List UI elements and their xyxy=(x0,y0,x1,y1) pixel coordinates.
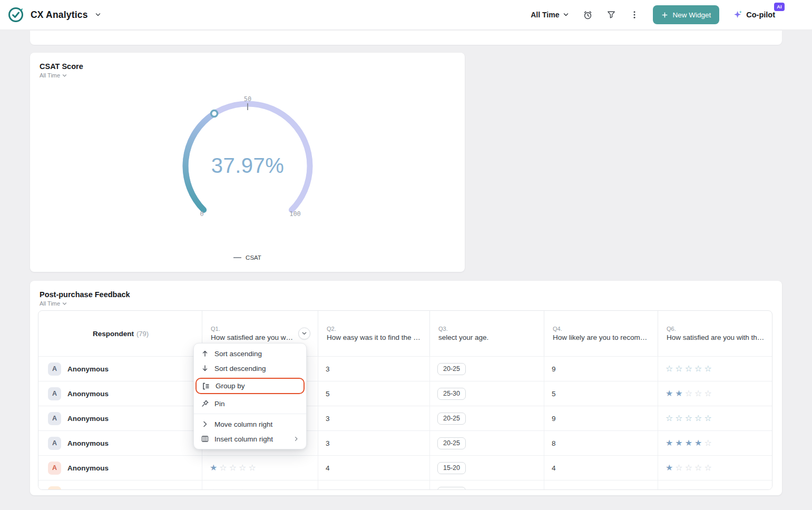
star-icon: ☆ xyxy=(694,464,702,472)
column-header-q2[interactable]: Q2. How easy was it to find the pr… xyxy=(318,311,429,356)
legend-label: CSAT xyxy=(246,254,261,261)
q3-age-cell: 20-25 xyxy=(429,431,544,455)
star-icon: ☆ xyxy=(685,464,692,472)
filter-icon[interactable] xyxy=(606,10,616,19)
gauge-mid-label: 50 xyxy=(244,95,251,103)
menu-item-label: Sort ascending xyxy=(214,350,262,358)
column-options-button[interactable] xyxy=(298,328,310,340)
q4-score-cell: 4 xyxy=(544,456,658,480)
chevron-down-icon xyxy=(62,73,67,78)
widget-title: CSAT Score xyxy=(30,53,465,71)
avatar: A xyxy=(48,486,61,491)
table-row[interactable]: A Anonymous ★☆☆☆☆ 4 15-20 4 ★☆☆☆☆ xyxy=(38,455,772,480)
gauge-min-label: 0 xyxy=(200,210,203,218)
table-row[interactable]: A Anonymous 3 20-25 9 ☆☆☆☆☆ xyxy=(38,356,772,381)
respondent-count: (79) xyxy=(136,330,149,338)
widget-time-filter-label: All Time xyxy=(40,300,60,307)
sparkle-icon xyxy=(733,10,742,19)
q3-age-cell: 20-25 xyxy=(429,406,544,430)
q2-score-cell: 3 xyxy=(318,431,429,455)
menu-item-insert-column-right[interactable]: Insert column right xyxy=(194,431,306,446)
star-icon: ★ xyxy=(675,439,682,447)
menu-item-sort-descending[interactable]: Sort descending xyxy=(194,361,306,376)
q3-age-cell: 20-25 xyxy=(429,357,544,381)
widget-time-filter[interactable]: All Time xyxy=(30,299,76,307)
chart-legend: CSAT xyxy=(30,254,465,261)
submenu-chevron-icon xyxy=(293,436,299,442)
star-icon: ☆ xyxy=(219,488,227,490)
responses-table: Respondent (79) Q1. How satisfied are yo… xyxy=(38,310,772,490)
q4-score-cell: 9 xyxy=(544,357,658,381)
ai-badge: AI xyxy=(774,3,785,11)
q2-score-cell: 4 xyxy=(318,456,429,480)
star-icon: ☆ xyxy=(675,414,682,423)
new-widget-button[interactable]: New Widget xyxy=(653,5,719,24)
star-icon: ☆ xyxy=(704,414,711,423)
q4-score-cell: 5 xyxy=(544,381,658,406)
alarm-icon[interactable] xyxy=(583,10,593,20)
q6-rating-cell: ★☆☆☆☆ xyxy=(658,456,772,480)
widget-time-filter[interactable]: All Time xyxy=(30,71,76,79)
q6-rating-cell: ★★★★☆ xyxy=(658,431,772,455)
copilot-button[interactable]: Co-pilot xyxy=(733,10,775,19)
menu-item-pin[interactable]: Pin xyxy=(194,396,306,411)
column-header-q3[interactable]: Q3. select your age. xyxy=(429,311,544,356)
copilot-label: Co-pilot xyxy=(746,11,775,19)
star-icon: ☆ xyxy=(666,365,673,373)
q4-score-cell: 8 xyxy=(544,431,658,455)
menu-item-sort-ascending[interactable]: Sort ascending xyxy=(194,346,306,361)
pin-icon xyxy=(201,399,209,408)
gauge-marker-dot xyxy=(211,111,218,117)
table-row[interactable]: A Anonymous 5 25-30 5 ★★☆☆☆ xyxy=(38,381,772,406)
table-header-row: Respondent (79) Q1. How satisfied are yo… xyxy=(38,311,772,356)
avatar: A xyxy=(48,362,61,376)
kebab-menu-icon[interactable] xyxy=(630,10,639,19)
star-icon: ☆ xyxy=(666,414,673,423)
widget-time-filter-label: All Time xyxy=(40,72,60,79)
respondent-cell: A Anonymous xyxy=(38,431,202,455)
app-logo-icon xyxy=(7,6,24,23)
respondent-name: Anonymous xyxy=(67,489,109,491)
star-icon: ☆ xyxy=(685,414,692,423)
menu-item-group-by[interactable]: Group by xyxy=(195,378,305,394)
respondent-name: Anonymous xyxy=(67,390,109,398)
star-icon: ☆ xyxy=(685,365,692,373)
q3-age-cell: 15-20 xyxy=(429,456,544,480)
menu-item-move-column-right[interactable]: Move column right xyxy=(194,417,306,431)
star-icon: ☆ xyxy=(248,464,256,472)
q3-age-cell: 25-30 xyxy=(429,381,544,406)
gauge-max-label: 100 xyxy=(289,210,301,218)
table-row[interactable]: A Anonymous ☆☆☆☆☆ 5 20-25 7 ★★☆☆☆ xyxy=(38,480,772,490)
menu-item-label: Move column right xyxy=(214,420,272,428)
star-icon: ☆ xyxy=(210,488,217,490)
column-header-q6[interactable]: Q6. How satisfied are you with the… xyxy=(658,311,772,356)
csat-widget: CSAT Score All Time 50 0 100 37.97% CSAT xyxy=(30,53,465,272)
column-header-respondent[interactable]: Respondent (79) xyxy=(38,311,202,356)
column-context-menu: Sort ascending Sort descending Group by … xyxy=(193,343,307,449)
chevron-down-icon xyxy=(563,12,569,18)
respondent-header-label: Respondent xyxy=(93,330,134,338)
widget-title: Post-purchase Feedback xyxy=(30,281,782,299)
q1-rating-cell: ★☆☆☆☆ xyxy=(202,456,318,480)
column-header-q4[interactable]: Q4. How likely are you to recomm… xyxy=(544,311,658,356)
avatar: A xyxy=(48,437,61,450)
star-icon: ☆ xyxy=(704,464,711,472)
menu-item-label: Group by xyxy=(216,382,245,390)
time-range-dropdown[interactable]: All Time xyxy=(531,11,569,19)
avatar: A xyxy=(48,462,61,475)
table-row[interactable]: A Anonymous 3 20-25 9 ☆☆☆☆☆ xyxy=(38,406,772,430)
star-icon: ☆ xyxy=(704,389,711,398)
age-badge: 20-25 xyxy=(437,363,466,375)
app-switcher-chevron-icon[interactable] xyxy=(94,11,102,18)
table-row[interactable]: A Anonymous 3 20-25 8 ★★★★☆ xyxy=(38,430,772,455)
gauge-value-label: 37.97% xyxy=(211,154,285,177)
respondent-name: Anonymous xyxy=(67,415,109,423)
star-icon: ☆ xyxy=(685,389,692,398)
q6-rating-cell: ☆☆☆☆☆ xyxy=(658,357,772,381)
partial-widget-above xyxy=(30,31,782,45)
star-icon: ☆ xyxy=(694,365,702,373)
menu-item-label: Sort descending xyxy=(214,365,266,372)
dashboard-screen: CX Analytics All Time xyxy=(0,0,812,510)
star-icon: ☆ xyxy=(675,464,682,472)
q2-score-cell: 5 xyxy=(318,480,429,490)
